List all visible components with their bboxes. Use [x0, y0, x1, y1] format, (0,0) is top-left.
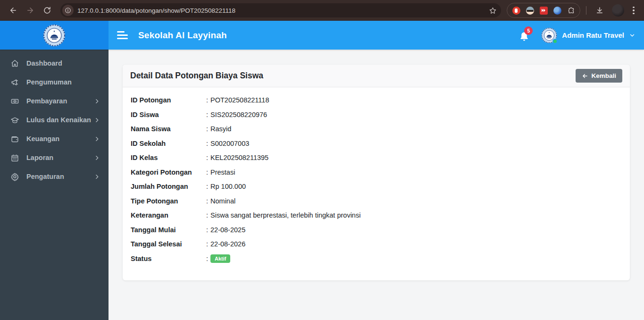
- detail-value: :Nominal: [206, 196, 622, 206]
- browser-reload-button[interactable]: [40, 3, 55, 18]
- browser-back-button[interactable]: [6, 3, 21, 18]
- sidebar-menu: Dashboard Pengumuman Pembayaran Lulus da…: [0, 50, 109, 320]
- calendar-icon: [10, 153, 19, 162]
- detail-label: ID Kelas: [131, 153, 206, 162]
- spy-extension-icon[interactable]: [526, 6, 534, 15]
- sidebar-item-label: Laporan: [26, 154, 94, 161]
- app-navbar: Sekolah Al Layyinah 5 Admin Ratu Travel: [109, 21, 644, 50]
- detail-row: ID Sekolah :S002007003: [131, 139, 622, 148]
- detail-value: :22-08-2026: [206, 239, 622, 249]
- site-info-icon[interactable]: [62, 5, 74, 16]
- extensions-puzzle-icon[interactable]: [567, 6, 575, 15]
- detail-value: :KEL202508211395: [206, 153, 622, 162]
- detail-list: ID Potongan :POT202508221118 ID Siswa :S…: [123, 87, 630, 280]
- detail-row: Nama Siswa :Rasyid: [131, 124, 622, 134]
- chevron-down-icon: [629, 32, 636, 39]
- detail-value: :Aktif: [206, 254, 622, 263]
- downloads-button[interactable]: [592, 3, 607, 18]
- wallet-icon: [10, 134, 19, 143]
- sidebar-item-label: Pembayaran: [26, 97, 94, 105]
- sidebar-item-lulus-dan-kenaikan[interactable]: Lulus dan Kenaikan: [0, 110, 109, 129]
- detail-label: ID Potongan: [131, 95, 206, 105]
- detail-value: :S002007003: [206, 139, 622, 148]
- sidebar-item-keuangan[interactable]: Keuangan: [0, 129, 109, 148]
- detail-label: Tipe Potongan: [131, 196, 206, 206]
- detail-label: ID Siswa: [131, 110, 206, 119]
- notifications-button[interactable]: 5: [519, 28, 531, 42]
- sidebar-item-label: Lulus dan Kenaikan: [26, 116, 94, 124]
- url-text: 127.0.0.1:8000/data/potongan/show/POT202…: [77, 7, 483, 14]
- sidebar-item-label: Pengaturan: [26, 173, 94, 180]
- chevron-right-icon: [94, 117, 100, 123]
- address-bar[interactable]: 127.0.0.1:8000/data/potongan/show/POT202…: [60, 3, 501, 17]
- download-icon: [595, 6, 604, 15]
- browser-profile-avatar[interactable]: [612, 4, 624, 17]
- gear-icon: [10, 172, 19, 181]
- detail-row: Keterangan :Siswa sangat berprestasi, te…: [131, 211, 622, 220]
- back-button-label: Kembali: [591, 72, 616, 79]
- detail-row: Tanggal Selesai :22-08-2026: [131, 239, 622, 249]
- sidebar-item-pengumuman[interactable]: Pengumuman: [0, 73, 109, 92]
- sidebar-item-label: Keuangan: [26, 135, 94, 143]
- detail-card: Detail Data Potongan Biaya Siswa Kembali…: [123, 65, 630, 280]
- app-header: Sekolah Al Layyinah 5 Admin Ratu Travel: [0, 21, 644, 50]
- chevron-right-icon: [94, 98, 100, 104]
- browser-menu-button[interactable]: [629, 7, 638, 15]
- bookmark-star-icon[interactable]: [487, 5, 498, 16]
- detail-value: :SIS202508220976: [206, 110, 622, 119]
- detail-row: Jumlah Potongan :Rp 100.000: [131, 182, 622, 191]
- detail-row: ID Potongan :POT202508221118: [131, 95, 622, 105]
- detail-row: ID Siswa :SIS202508220976: [131, 110, 622, 119]
- detail-row: Tanggal Mulai :22-08-2025: [131, 225, 622, 235]
- detail-value: :Prestasi: [206, 168, 622, 177]
- arrow-left-icon: [582, 73, 588, 79]
- detail-label: ID Sekolah: [131, 139, 206, 148]
- arrow-right-icon: [26, 6, 34, 15]
- detail-label: Tanggal Selesai: [131, 239, 206, 249]
- chevron-right-icon: [94, 136, 100, 142]
- browser-toolbar: 127.0.0.1:8000/data/potongan/show/POT202…: [0, 0, 644, 21]
- banknote-icon: [10, 96, 19, 106]
- chevron-right-icon: [94, 174, 100, 180]
- megaphone-icon: [10, 77, 19, 87]
- sidebar-item-pembayaran[interactable]: Pembayaran: [0, 92, 109, 110]
- adblock-extension-icon[interactable]: [512, 6, 520, 15]
- detail-value: :Rasyid: [206, 124, 622, 134]
- sidebar-item-label: Pengumuman: [26, 78, 94, 86]
- status-badge: Aktif: [210, 254, 230, 263]
- reload-icon: [43, 6, 51, 15]
- fast-forward-extension-icon[interactable]: [539, 6, 548, 15]
- detail-label: Tanggal Mulai: [131, 225, 206, 235]
- detail-row: Tipe Potongan :Nominal: [131, 196, 622, 206]
- globe-extension-icon[interactable]: [553, 6, 561, 15]
- detail-label: Keterangan: [131, 211, 206, 220]
- brand-logo-area: [0, 21, 109, 50]
- page-title: Detail Data Potongan Biaya Siswa: [130, 71, 263, 81]
- browser-forward-button[interactable]: [23, 3, 38, 18]
- notification-count-badge: 5: [524, 26, 533, 35]
- app-title: Sekolah Al Layyinah: [138, 30, 227, 41]
- sidebar-item-label: Dashboard: [26, 59, 94, 67]
- user-avatar: [541, 27, 557, 43]
- sidebar-toggle-icon[interactable]: [117, 31, 128, 39]
- home-icon: [10, 59, 19, 68]
- detail-value: :POT202508221118: [206, 95, 622, 105]
- arrow-left-icon: [9, 6, 17, 15]
- detail-row: ID Kelas :KEL202508211395: [131, 153, 622, 162]
- detail-label: Jumlah Potongan: [131, 182, 206, 191]
- sidebar-item-pengaturan[interactable]: Pengaturan: [0, 167, 109, 186]
- sidebar-item-dashboard[interactable]: Dashboard: [0, 54, 109, 73]
- chevron-right-icon: [94, 155, 100, 161]
- back-button[interactable]: Kembali: [576, 69, 622, 83]
- online-status-dot: [552, 39, 558, 44]
- card-header: Detail Data Potongan Biaya Siswa Kembali: [123, 65, 630, 87]
- detail-label: Status: [131, 254, 206, 263]
- sidebar-item-laporan[interactable]: Laporan: [0, 148, 109, 167]
- detail-value: :Rp 100.000: [206, 182, 622, 191]
- user-menu[interactable]: Admin Ratu Travel: [541, 27, 636, 43]
- extensions-pill: [507, 3, 580, 18]
- detail-value: :22-08-2025: [206, 225, 622, 235]
- detail-row: Status :Aktif: [131, 254, 622, 263]
- detail-row: Kategori Potongan :Prestasi: [131, 168, 622, 177]
- main-content: Detail Data Potongan Biaya Siswa Kembali…: [109, 50, 644, 320]
